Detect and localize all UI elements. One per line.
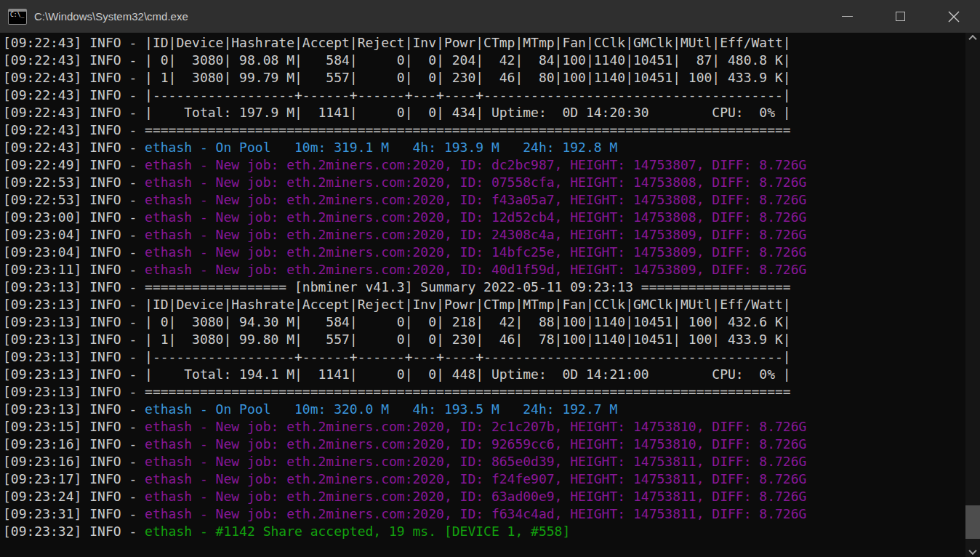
log-message: | 0| 3080| 98.08 M| 584| 0| 0| 204| 42| … (145, 52, 791, 68)
log-message: ethash - On Pool 10m: 320.0 M 4h: 193.5 … (145, 401, 617, 417)
log-line: [09:22:43] INFO - | Total: 197.9 M| 1141… (3, 104, 965, 121)
log-message: | 1| 3080| 99.80 M| 557| 0| 0| 230| 46| … (145, 332, 791, 347)
log-prefix: [09:22:43] INFO - (3, 105, 145, 120)
log-line: [09:23:32] INFO - ethash - #1142 Share a… (3, 523, 965, 540)
log-prefix: [09:22:43] INFO - (3, 122, 145, 137)
log-line: [09:22:43] INFO - |ID|Device|Hashrate|Ac… (3, 34, 965, 52)
log-message: ethash - New job: eth.2miners.com:2020, … (145, 262, 806, 277)
log-prefix: [09:23:31] INFO - (3, 506, 145, 521)
log-prefix: [09:22:49] INFO - (3, 157, 145, 172)
scrollbar-thumb[interactable] (965, 505, 980, 539)
log-prefix: [09:23:13] INFO - (3, 349, 145, 364)
log-message: ================== [nbminer v41.3] Summa… (145, 279, 791, 294)
log-message: ========================================… (145, 384, 791, 399)
titlebar: C:\_ C:\Windows\System32\cmd.exe (0, 0, 980, 33)
log-prefix: [09:22:43] INFO - (3, 70, 145, 85)
log-message: |ID|Device|Hashrate|Accept|Reject|Inv|Po… (145, 297, 791, 312)
log-line: [09:22:43] INFO - ethash - On Pool 10m: … (3, 139, 965, 156)
log-prefix: [09:23:17] INFO - (3, 471, 145, 486)
log-line: [09:23:16] INFO - ethash - New job: eth.… (3, 453, 965, 470)
scrollbar[interactable] (965, 33, 980, 557)
log-message: ethash - New job: eth.2miners.com:2020, … (145, 175, 806, 190)
log-prefix: [09:22:43] INFO - (3, 35, 145, 50)
log-message: ethash - New job: eth.2miners.com:2020, … (145, 471, 806, 486)
log-prefix: [09:23:16] INFO - (3, 436, 145, 452)
log-message: |ID|Device|Hashrate|Accept|Reject|Inv|Po… (145, 35, 791, 50)
log-message: ethash - #1142 Share accepted, 19 ms. [D… (145, 524, 570, 539)
log-message: ethash - New job: eth.2miners.com:2020, … (145, 489, 806, 504)
log-prefix: [09:23:15] INFO - (3, 419, 145, 434)
console-output[interactable]: [09:22:43] INFO - |ID|Device|Hashrate|Ac… (0, 33, 965, 557)
log-message: ethash - New job: eth.2miners.com:2020, … (145, 436, 806, 452)
log-line: [09:22:43] INFO - | 1| 3080| 99.79 M| 55… (3, 69, 965, 87)
log-message: ethash - New job: eth.2miners.com:2020, … (145, 244, 806, 260)
log-message: | 0| 3080| 94.30 M| 584| 0| 0| 218| 42| … (145, 314, 791, 329)
log-prefix: [09:22:43] INFO - (3, 87, 145, 103)
log-line: [09:23:31] INFO - ethash - New job: eth.… (3, 505, 965, 523)
log-line: [09:23:17] INFO - ethash - New job: eth.… (3, 470, 965, 488)
log-line: [09:23:13] INFO - | Total: 194.1 M| 1141… (3, 366, 965, 383)
log-prefix: [09:23:13] INFO - (3, 401, 145, 417)
log-message: | Total: 197.9 M| 1141| 0| 0| 434| Uptim… (145, 105, 791, 120)
minimize-icon (842, 16, 853, 17)
scroll-up-button[interactable] (965, 33, 980, 47)
log-line: [09:23:16] INFO - ethash - New job: eth.… (3, 436, 965, 453)
log-line: [09:23:13] INFO - ethash - On Pool 10m: … (3, 401, 965, 418)
log-prefix: [09:23:13] INFO - (3, 314, 145, 329)
log-prefix: [09:22:53] INFO - (3, 192, 145, 207)
log-line: [09:23:13] INFO - | 1| 3080| 99.80 M| 55… (3, 331, 965, 348)
log-message: ethash - New job: eth.2miners.com:2020, … (145, 227, 806, 242)
log-message: ========================================… (145, 122, 791, 137)
log-prefix: [09:23:32] INFO - (3, 524, 145, 539)
log-prefix: [09:22:43] INFO - (3, 52, 145, 68)
log-message: ethash - New job: eth.2miners.com:2020, … (145, 419, 806, 434)
log-prefix: [09:23:13] INFO - (3, 297, 145, 312)
log-line: [09:23:04] INFO - ethash - New job: eth.… (3, 244, 965, 261)
log-prefix: [09:22:53] INFO - (3, 175, 145, 190)
log-line: [09:23:24] INFO - ethash - New job: eth.… (3, 488, 965, 505)
log-prefix: [09:23:13] INFO - (3, 384, 145, 399)
log-prefix: [09:23:16] INFO - (3, 454, 145, 469)
log-message: ethash - New job: eth.2miners.com:2020, … (145, 506, 806, 521)
scroll-down-button[interactable] (965, 542, 980, 557)
log-prefix: [09:23:11] INFO - (3, 262, 145, 277)
log-prefix: [09:23:00] INFO - (3, 209, 145, 225)
chevron-up-icon (968, 35, 976, 43)
log-line: [09:22:49] INFO - ethash - New job: eth.… (3, 156, 965, 174)
log-line: [09:23:13] INFO - |ID|Device|Hashrate|Ac… (3, 296, 965, 313)
log-message: ethash - On Pool 10m: 319.1 M 4h: 193.9 … (145, 140, 617, 155)
window-title: C:\Windows\System32\cmd.exe (34, 10, 821, 23)
log-line: [09:23:11] INFO - ethash - New job: eth.… (3, 261, 965, 278)
log-prefix: [09:23:24] INFO - (3, 489, 145, 504)
log-line: [09:23:13] INFO - | 0| 3080| 94.30 M| 58… (3, 313, 965, 331)
log-line: [09:23:13] INFO - |------------------+--… (3, 348, 965, 366)
window-controls (821, 0, 980, 33)
log-line: [09:22:53] INFO - ethash - New job: eth.… (3, 191, 965, 209)
chevron-down-icon (968, 547, 976, 555)
close-button[interactable] (927, 0, 980, 33)
log-message: |------------------+------+------+---+--… (145, 349, 791, 364)
maximize-button[interactable] (874, 0, 927, 33)
log-line: [09:22:53] INFO - ethash - New job: eth.… (3, 174, 965, 191)
maximize-icon (896, 12, 905, 21)
log-prefix: [09:23:04] INFO - (3, 244, 145, 260)
log-prefix: [09:23:04] INFO - (3, 227, 145, 242)
log-message: ethash - New job: eth.2miners.com:2020, … (145, 192, 806, 207)
log-message: | 1| 3080| 99.79 M| 557| 0| 0| 230| 46| … (145, 70, 791, 85)
cmd-window: C:\_ C:\Windows\System32\cmd.exe [09:22:… (0, 0, 980, 557)
log-prefix: [09:22:43] INFO - (3, 140, 145, 155)
log-line: [09:23:13] INFO - ================== [nb… (3, 278, 965, 296)
log-line: [09:22:43] INFO - | 0| 3080| 98.08 M| 58… (3, 52, 965, 69)
log-message: ethash - New job: eth.2miners.com:2020, … (145, 454, 806, 469)
log-line: [09:23:15] INFO - ethash - New job: eth.… (3, 418, 965, 436)
close-icon (948, 11, 960, 23)
log-prefix: [09:23:13] INFO - (3, 366, 145, 382)
log-message: |------------------+------+------+---+--… (145, 87, 791, 103)
log-prefix: [09:23:13] INFO - (3, 279, 145, 294)
log-line: [09:23:13] INFO - ======================… (3, 383, 965, 401)
log-prefix: [09:23:13] INFO - (3, 332, 145, 347)
log-line: [09:22:43] INFO - ======================… (3, 121, 965, 139)
log-message: ethash - New job: eth.2miners.com:2020, … (145, 209, 806, 225)
minimize-button[interactable] (821, 0, 874, 33)
log-line: [09:23:04] INFO - ethash - New job: eth.… (3, 226, 965, 244)
